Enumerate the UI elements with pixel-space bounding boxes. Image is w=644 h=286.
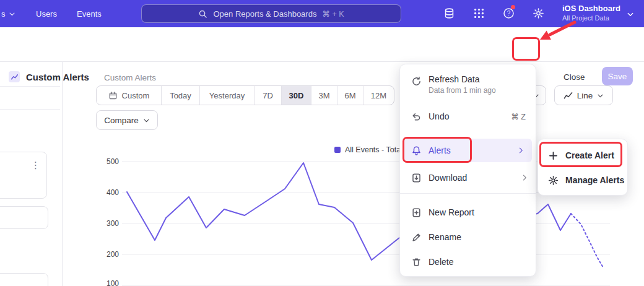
report-header-bar: Custom Alerts Custom Alerts GV Duplicate…: [0, 27, 644, 62]
chart-line-series-projected: [571, 214, 603, 267]
chart-legend[interactable]: All Events - Total: [334, 145, 402, 154]
refresh-icon: [411, 76, 422, 87]
apps-grid-icon[interactable]: [473, 7, 485, 20]
chevron-down-icon: [597, 92, 604, 99]
range-label: 3M: [318, 91, 329, 100]
y-axis-tick: 400: [93, 188, 119, 197]
gear-icon: [548, 175, 559, 186]
dashboard-card-partial[interactable]: [0, 273, 48, 286]
menu-item-label: Refresh Data: [429, 74, 496, 84]
menu-divider: [400, 193, 536, 194]
range-label: 6M: [344, 91, 355, 100]
range-label: Today: [170, 91, 191, 100]
y-axis-tick: 100: [93, 279, 119, 286]
y-axis-tick: 200: [93, 250, 119, 259]
calendar-icon: [108, 91, 118, 100]
sidebar-row-divider: [0, 86, 60, 87]
settings-gear-icon[interactable]: [533, 7, 545, 20]
compare-button[interactable]: Compare: [96, 110, 158, 130]
top-navigation-bar: s Users Events Open Reports & Dashboards…: [0, 0, 644, 27]
chart-type-label: Line: [577, 91, 593, 100]
nav-item-users[interactable]: Users: [36, 0, 57, 27]
menu-item-label: Download: [429, 173, 467, 183]
chevron-down-icon: [9, 11, 15, 17]
new-report-icon: [411, 207, 422, 218]
search-placeholder: Open Reports & Dashboards: [213, 9, 316, 19]
date-range-6m[interactable]: 6M: [337, 86, 363, 105]
alerts-submenu: Create Alert Manage Alerts: [537, 139, 628, 196]
custom-label: Custom: [122, 91, 150, 100]
menu-item-label: Delete: [429, 257, 453, 267]
menu-item-label: Alerts: [429, 145, 451, 155]
events-label: Events: [77, 9, 102, 19]
dashboard-card-partial[interactable]: [0, 152, 47, 199]
help-icon[interactable]: ?: [503, 7, 515, 20]
dashboard-card-partial[interactable]: [0, 206, 48, 229]
menu-item-download[interactable]: Download: [400, 166, 536, 189]
date-range-30d-selected[interactable]: 30D: [281, 86, 311, 105]
chart-type-button[interactable]: Line: [554, 85, 613, 105]
legend-swatch: [334, 147, 341, 153]
search-icon: [198, 9, 207, 19]
chart-gridlines: [122, 162, 610, 285]
menu-item-delete[interactable]: Delete: [400, 250, 536, 274]
y-axis-tick: 500: [93, 157, 119, 166]
date-range-control: Custom Today Yesterday 7D 30D 3M 6M 12M: [96, 85, 394, 105]
menu-item-label: New Report: [429, 207, 474, 217]
submenu-item-create-alert[interactable]: Create Alert: [538, 144, 627, 167]
users-label: Users: [36, 9, 57, 19]
search-shortcut: ⌘ + K: [322, 9, 344, 19]
kebab-menu-icon[interactable]: ⋮: [31, 160, 40, 171]
chevron-down-icon: [143, 117, 150, 124]
refresh-text-block: Refresh Data Data from 1 min ago: [429, 74, 496, 95]
date-range-7d[interactable]: 7D: [254, 86, 281, 105]
date-range-custom[interactable]: Custom: [97, 86, 161, 105]
notification-dot: [511, 5, 515, 9]
menu-item-label: Rename: [429, 232, 461, 242]
global-search-input[interactable]: Open Reports & Dashboards ⌘ + K: [141, 4, 401, 23]
date-range-yesterday[interactable]: Yesterday: [199, 86, 254, 105]
refresh-subtitle: Data from 1 min ago: [429, 86, 496, 95]
menu-item-label: Manage Alerts: [565, 175, 624, 185]
more-options-menu: Refresh Data Data from 1 min ago Undo ⌘ …: [399, 64, 536, 277]
undo-shortcut: ⌘ Z: [511, 112, 526, 121]
chevron-right-icon: [517, 147, 524, 154]
line-chart-icon: [564, 91, 573, 100]
project-selector[interactable]: iOS Dashboard All Project Data: [562, 4, 620, 22]
range-label: Yesterday: [209, 91, 245, 100]
date-range-3m[interactable]: 3M: [311, 86, 337, 105]
range-label: 7D: [263, 91, 273, 100]
date-range-12m[interactable]: 12M: [363, 86, 394, 105]
plus-icon: [548, 150, 559, 161]
bell-icon: [411, 145, 422, 156]
trash-icon: [411, 257, 422, 267]
data-management-icon[interactable]: [443, 7, 456, 20]
pencil-icon: [411, 232, 422, 243]
download-icon: [411, 173, 422, 183]
undo-icon: [411, 111, 422, 122]
menu-item-rename[interactable]: Rename: [400, 225, 536, 249]
project-subtitle: All Project Data: [562, 14, 620, 22]
menu-item-undo[interactable]: Undo ⌘ Z: [400, 104, 536, 129]
svg-text:?: ?: [507, 10, 511, 17]
y-axis-tick: 300: [93, 219, 119, 228]
legend-label: All Events - Total: [345, 145, 402, 154]
menu-item-label: Create Alert: [565, 150, 614, 160]
date-range-today[interactable]: Today: [161, 86, 199, 105]
sidebar-row-divider: [0, 109, 60, 110]
submenu-item-manage-alerts[interactable]: Manage Alerts: [538, 169, 627, 191]
compare-label: Compare: [104, 116, 139, 125]
menu-item-refresh-data[interactable]: Refresh Data Data from 1 min ago: [400, 71, 536, 100]
report-chart-icon: [9, 71, 20, 82]
workspace-label: s: [1, 9, 6, 19]
menu-item-label: Undo: [429, 111, 449, 121]
menu-item-new-report[interactable]: New Report: [400, 201, 536, 224]
project-title: iOS Dashboard: [562, 4, 620, 14]
range-label: 30D: [289, 91, 304, 100]
workspace-dropdown[interactable]: s: [1, 0, 15, 27]
chevron-right-icon: [521, 174, 528, 181]
range-label: 12M: [371, 91, 386, 100]
menu-item-alerts[interactable]: Alerts: [404, 139, 532, 162]
project-chevron-down-icon: [627, 11, 634, 18]
nav-item-events[interactable]: Events: [77, 0, 102, 27]
